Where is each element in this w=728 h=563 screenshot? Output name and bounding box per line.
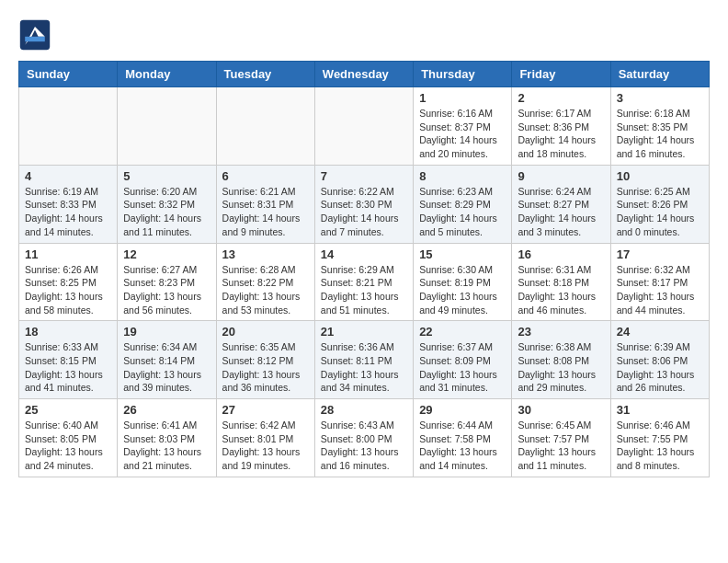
day-cell-27: 27Sunrise: 6:42 AM Sunset: 8:01 PM Dayli… (216, 399, 314, 477)
day-info: Sunrise: 6:19 AM Sunset: 8:33 PM Dayligh… (25, 185, 111, 239)
day-number: 29 (419, 403, 506, 417)
day-number: 22 (419, 325, 506, 339)
day-info: Sunrise: 6:20 AM Sunset: 8:32 PM Dayligh… (123, 185, 210, 239)
day-info: Sunrise: 6:18 AM Sunset: 8:35 PM Dayligh… (617, 107, 703, 161)
day-cell-29: 29Sunrise: 6:44 AM Sunset: 7:58 PM Dayli… (414, 399, 512, 477)
day-number: 7 (321, 169, 407, 183)
weekday-header-wednesday: Wednesday (314, 62, 413, 87)
day-cell-17: 17Sunrise: 6:32 AM Sunset: 8:17 PM Dayli… (610, 243, 709, 321)
day-cell-31: 31Sunrise: 6:46 AM Sunset: 7:55 PM Dayli… (610, 399, 709, 477)
day-cell-1: 1Sunrise: 6:16 AM Sunset: 8:37 PM Daylig… (414, 87, 512, 166)
day-cell-8: 8Sunrise: 6:23 AM Sunset: 8:29 PM Daylig… (414, 165, 512, 243)
day-info: Sunrise: 6:17 AM Sunset: 8:36 PM Dayligh… (518, 107, 604, 161)
day-cell-15: 15Sunrise: 6:30 AM Sunset: 8:19 PM Dayli… (414, 243, 512, 321)
day-info: Sunrise: 6:40 AM Sunset: 8:05 PM Dayligh… (25, 419, 111, 473)
day-cell-23: 23Sunrise: 6:38 AM Sunset: 8:08 PM Dayli… (512, 321, 610, 399)
day-number: 28 (321, 403, 407, 417)
day-cell-10: 10Sunrise: 6:25 AM Sunset: 8:26 PM Dayli… (610, 165, 709, 243)
day-number: 30 (518, 403, 604, 417)
calendar-row-4: 18Sunrise: 6:33 AM Sunset: 8:15 PM Dayli… (19, 321, 710, 399)
weekday-header-sunday: Sunday (19, 62, 118, 87)
day-number: 14 (321, 247, 407, 261)
day-info: Sunrise: 6:22 AM Sunset: 8:30 PM Dayligh… (321, 185, 407, 239)
day-info: Sunrise: 6:23 AM Sunset: 8:29 PM Dayligh… (419, 185, 506, 239)
weekday-header-thursday: Thursday (414, 62, 512, 87)
day-number: 24 (617, 325, 703, 339)
day-info: Sunrise: 6:30 AM Sunset: 8:19 PM Dayligh… (419, 263, 506, 317)
day-cell-21: 21Sunrise: 6:36 AM Sunset: 8:11 PM Dayli… (314, 321, 413, 399)
day-number: 18 (25, 325, 111, 339)
day-cell-19: 19Sunrise: 6:34 AM Sunset: 8:14 PM Dayli… (118, 321, 216, 399)
day-info: Sunrise: 6:46 AM Sunset: 7:55 PM Dayligh… (617, 419, 703, 473)
day-cell-5: 5Sunrise: 6:20 AM Sunset: 8:32 PM Daylig… (118, 165, 216, 243)
day-cell-28: 28Sunrise: 6:43 AM Sunset: 8:00 PM Dayli… (314, 399, 413, 477)
day-info: Sunrise: 6:39 AM Sunset: 8:06 PM Dayligh… (617, 340, 703, 395)
day-info: Sunrise: 6:42 AM Sunset: 8:01 PM Dayligh… (222, 419, 309, 473)
day-cell-24: 24Sunrise: 6:39 AM Sunset: 8:06 PM Dayli… (610, 321, 709, 399)
day-info: Sunrise: 6:32 AM Sunset: 8:17 PM Dayligh… (617, 263, 703, 317)
day-number: 1 (419, 91, 506, 105)
day-info: Sunrise: 6:34 AM Sunset: 8:14 PM Dayligh… (123, 340, 210, 395)
day-info: Sunrise: 6:37 AM Sunset: 8:09 PM Dayligh… (419, 340, 506, 395)
day-cell-2: 2Sunrise: 6:17 AM Sunset: 8:36 PM Daylig… (512, 87, 610, 166)
day-number: 13 (222, 247, 309, 261)
day-number: 16 (518, 247, 604, 261)
day-info: Sunrise: 6:29 AM Sunset: 8:21 PM Dayligh… (321, 263, 407, 317)
day-info: Sunrise: 6:21 AM Sunset: 8:31 PM Dayligh… (222, 185, 309, 239)
day-info: Sunrise: 6:45 AM Sunset: 7:57 PM Dayligh… (518, 419, 604, 473)
day-cell-13: 13Sunrise: 6:28 AM Sunset: 8:22 PM Dayli… (216, 243, 314, 321)
day-info: Sunrise: 6:31 AM Sunset: 8:18 PM Dayligh… (518, 263, 604, 317)
day-info: Sunrise: 6:35 AM Sunset: 8:12 PM Dayligh… (222, 340, 309, 395)
calendar-table: SundayMondayTuesdayWednesdayThursdayFrid… (18, 61, 710, 477)
logo (18, 18, 57, 52)
day-number: 3 (617, 91, 703, 105)
day-cell-18: 18Sunrise: 6:33 AM Sunset: 8:15 PM Dayli… (19, 321, 118, 399)
day-number: 12 (123, 247, 210, 261)
day-number: 23 (518, 325, 604, 339)
day-cell-6: 6Sunrise: 6:21 AM Sunset: 8:31 PM Daylig… (216, 165, 314, 243)
day-cell-7: 7Sunrise: 6:22 AM Sunset: 8:30 PM Daylig… (314, 165, 413, 243)
empty-cell (118, 87, 216, 166)
day-cell-16: 16Sunrise: 6:31 AM Sunset: 8:18 PM Dayli… (512, 243, 610, 321)
day-cell-4: 4Sunrise: 6:19 AM Sunset: 8:33 PM Daylig… (19, 165, 118, 243)
day-number: 17 (617, 247, 703, 261)
day-number: 26 (123, 403, 210, 417)
day-cell-9: 9Sunrise: 6:24 AM Sunset: 8:27 PM Daylig… (512, 165, 610, 243)
day-number: 5 (123, 169, 210, 183)
day-cell-14: 14Sunrise: 6:29 AM Sunset: 8:21 PM Dayli… (314, 243, 413, 321)
day-info: Sunrise: 6:33 AM Sunset: 8:15 PM Dayligh… (25, 340, 111, 395)
day-info: Sunrise: 6:28 AM Sunset: 8:22 PM Dayligh… (222, 263, 309, 317)
empty-cell (19, 87, 118, 166)
day-info: Sunrise: 6:36 AM Sunset: 8:11 PM Dayligh… (321, 340, 407, 395)
day-info: Sunrise: 6:25 AM Sunset: 8:26 PM Dayligh… (617, 185, 703, 239)
svg-rect-2 (25, 37, 45, 41)
weekday-header-tuesday: Tuesday (216, 62, 314, 87)
logo-icon (18, 18, 51, 52)
day-cell-3: 3Sunrise: 6:18 AM Sunset: 8:35 PM Daylig… (610, 87, 709, 166)
day-cell-30: 30Sunrise: 6:45 AM Sunset: 7:57 PM Dayli… (512, 399, 610, 477)
day-number: 27 (222, 403, 309, 417)
empty-cell (314, 87, 413, 166)
calendar-row-3: 11Sunrise: 6:26 AM Sunset: 8:25 PM Dayli… (19, 243, 710, 321)
day-number: 8 (419, 169, 506, 183)
calendar-row-5: 25Sunrise: 6:40 AM Sunset: 8:05 PM Dayli… (19, 399, 710, 477)
day-number: 6 (222, 169, 309, 183)
day-number: 19 (123, 325, 210, 339)
calendar-row-1: 1Sunrise: 6:16 AM Sunset: 8:37 PM Daylig… (19, 87, 710, 166)
day-info: Sunrise: 6:44 AM Sunset: 7:58 PM Dayligh… (419, 419, 506, 473)
calendar-row-2: 4Sunrise: 6:19 AM Sunset: 8:33 PM Daylig… (19, 165, 710, 243)
day-info: Sunrise: 6:26 AM Sunset: 8:25 PM Dayligh… (25, 263, 111, 317)
day-cell-20: 20Sunrise: 6:35 AM Sunset: 8:12 PM Dayli… (216, 321, 314, 399)
day-info: Sunrise: 6:16 AM Sunset: 8:37 PM Dayligh… (419, 107, 506, 161)
day-number: 4 (25, 169, 111, 183)
day-cell-22: 22Sunrise: 6:37 AM Sunset: 8:09 PM Dayli… (414, 321, 512, 399)
weekday-header-saturday: Saturday (610, 62, 709, 87)
day-info: Sunrise: 6:24 AM Sunset: 8:27 PM Dayligh… (518, 185, 604, 239)
day-number: 21 (321, 325, 407, 339)
day-info: Sunrise: 6:43 AM Sunset: 8:00 PM Dayligh… (321, 419, 407, 473)
day-info: Sunrise: 6:38 AM Sunset: 8:08 PM Dayligh… (518, 340, 604, 395)
weekday-header-monday: Monday (118, 62, 216, 87)
empty-cell (216, 87, 314, 166)
day-number: 2 (518, 91, 604, 105)
day-cell-25: 25Sunrise: 6:40 AM Sunset: 8:05 PM Dayli… (19, 399, 118, 477)
